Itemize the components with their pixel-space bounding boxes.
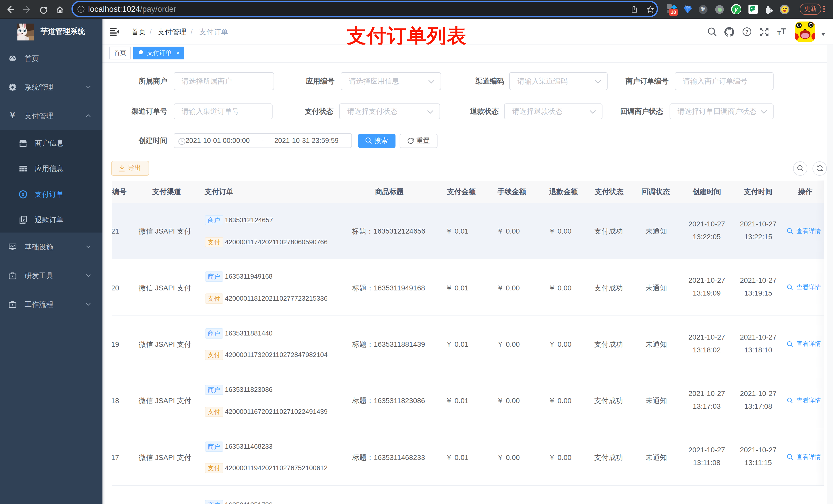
svg-text:?: ? [745,29,749,34]
svg-text:¥: ¥ [22,192,24,197]
